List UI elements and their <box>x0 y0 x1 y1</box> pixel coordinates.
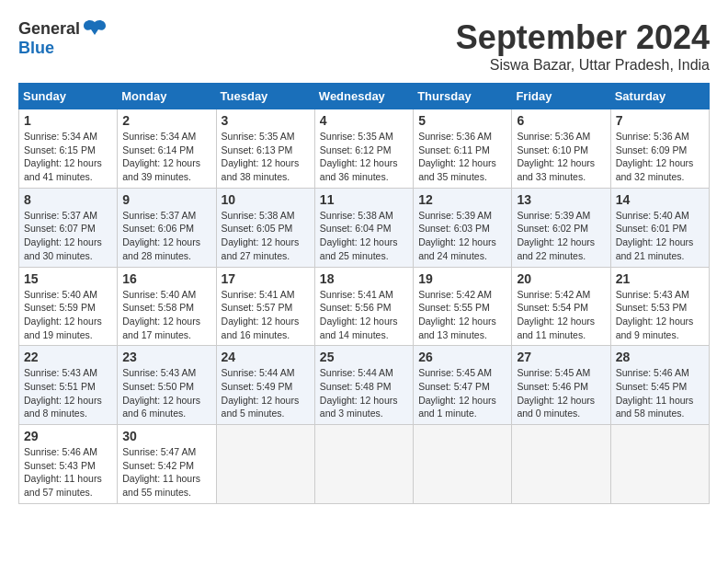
col-thursday: Thursday <box>414 84 512 109</box>
table-row: 19 Sunrise: 5:42 AM Sunset: 5:55 PM Dayl… <box>414 267 512 346</box>
day-info: Sunrise: 5:43 AM Sunset: 5:53 PM Dayligh… <box>616 288 704 342</box>
day-info: Sunrise: 5:40 AM Sunset: 6:01 PM Dayligh… <box>616 209 704 263</box>
day-number: 27 <box>517 350 605 364</box>
day-info: Sunrise: 5:42 AM Sunset: 5:55 PM Dayligh… <box>418 288 506 342</box>
day-info: Sunrise: 5:40 AM Sunset: 5:59 PM Dayligh… <box>24 288 112 342</box>
table-row: 2 Sunrise: 5:34 AM Sunset: 6:14 PM Dayli… <box>118 109 216 189</box>
day-info: Sunrise: 5:36 AM Sunset: 6:10 PM Dayligh… <box>517 130 605 184</box>
day-number: 12 <box>418 192 506 207</box>
day-info: Sunrise: 5:46 AM Sunset: 5:45 PM Dayligh… <box>616 366 704 420</box>
col-saturday: Saturday <box>610 84 709 109</box>
day-info: Sunrise: 5:45 AM Sunset: 5:46 PM Dayligh… <box>517 366 605 420</box>
day-number: 17 <box>222 271 310 286</box>
table-row: 26 Sunrise: 5:45 AM Sunset: 5:47 PM Dayl… <box>414 346 512 425</box>
table-row: 10 Sunrise: 5:38 AM Sunset: 6:05 PM Dayl… <box>216 188 314 267</box>
table-row: 28 Sunrise: 5:46 AM Sunset: 5:45 PM Dayl… <box>610 346 709 425</box>
day-info: Sunrise: 5:36 AM Sunset: 6:11 PM Dayligh… <box>418 130 506 184</box>
day-info: Sunrise: 5:44 AM Sunset: 5:49 PM Dayligh… <box>222 366 310 420</box>
calendar-table: Sunday Monday Tuesday Wednesday Thursday… <box>18 83 710 504</box>
table-row: 16 Sunrise: 5:40 AM Sunset: 5:58 PM Dayl… <box>118 267 216 346</box>
table-row <box>414 425 512 504</box>
table-row: 17 Sunrise: 5:41 AM Sunset: 5:57 PM Dayl… <box>216 267 314 346</box>
day-number: 25 <box>320 350 408 364</box>
day-number: 6 <box>517 113 605 128</box>
table-row: 30 Sunrise: 5:47 AM Sunset: 5:42 PM Dayl… <box>118 425 216 504</box>
col-wednesday: Wednesday <box>314 84 413 109</box>
table-row <box>512 425 610 504</box>
calendar-row: 8 Sunrise: 5:37 AM Sunset: 6:07 PM Dayli… <box>19 188 710 267</box>
logo-general-text: General <box>18 19 80 39</box>
day-number: 7 <box>616 113 704 128</box>
day-info: Sunrise: 5:40 AM Sunset: 5:58 PM Dayligh… <box>122 288 210 342</box>
calendar-row: 29 Sunrise: 5:46 AM Sunset: 5:43 PM Dayl… <box>19 425 710 504</box>
table-row <box>610 425 709 504</box>
day-number: 30 <box>122 429 210 443</box>
table-row: 27 Sunrise: 5:45 AM Sunset: 5:46 PM Dayl… <box>512 346 610 425</box>
day-number: 18 <box>320 271 408 286</box>
day-info: Sunrise: 5:34 AM Sunset: 6:14 PM Dayligh… <box>122 130 210 184</box>
col-monday: Monday <box>118 84 216 109</box>
day-info: Sunrise: 5:39 AM Sunset: 6:03 PM Dayligh… <box>418 209 506 263</box>
table-row: 11 Sunrise: 5:38 AM Sunset: 6:04 PM Dayl… <box>314 188 413 267</box>
day-number: 19 <box>418 271 506 286</box>
calendar-row: 1 Sunrise: 5:34 AM Sunset: 6:15 PM Dayli… <box>19 109 710 189</box>
day-number: 4 <box>320 113 408 128</box>
logo-bird-icon <box>82 18 108 39</box>
table-row: 23 Sunrise: 5:43 AM Sunset: 5:50 PM Dayl… <box>118 346 216 425</box>
table-row: 22 Sunrise: 5:43 AM Sunset: 5:51 PM Dayl… <box>19 346 118 425</box>
day-info: Sunrise: 5:36 AM Sunset: 6:09 PM Dayligh… <box>616 130 704 184</box>
calendar-header-row: Sunday Monday Tuesday Wednesday Thursday… <box>19 84 710 109</box>
day-info: Sunrise: 5:34 AM Sunset: 6:15 PM Dayligh… <box>24 130 112 184</box>
logo: General Blue <box>18 18 108 58</box>
table-row: 12 Sunrise: 5:39 AM Sunset: 6:03 PM Dayl… <box>414 188 512 267</box>
day-number: 28 <box>616 350 704 364</box>
day-info: Sunrise: 5:37 AM Sunset: 6:07 PM Dayligh… <box>24 209 112 263</box>
table-row: 6 Sunrise: 5:36 AM Sunset: 6:10 PM Dayli… <box>512 109 610 189</box>
table-row: 14 Sunrise: 5:40 AM Sunset: 6:01 PM Dayl… <box>610 188 709 267</box>
day-info: Sunrise: 5:47 AM Sunset: 5:42 PM Dayligh… <box>122 445 210 500</box>
table-row: 7 Sunrise: 5:36 AM Sunset: 6:09 PM Dayli… <box>610 109 709 189</box>
table-row: 20 Sunrise: 5:42 AM Sunset: 5:54 PM Dayl… <box>512 267 610 346</box>
day-info: Sunrise: 5:41 AM Sunset: 5:56 PM Dayligh… <box>320 288 408 342</box>
day-info: Sunrise: 5:43 AM Sunset: 5:50 PM Dayligh… <box>122 366 210 420</box>
day-number: 16 <box>122 271 210 286</box>
table-row: 24 Sunrise: 5:44 AM Sunset: 5:49 PM Dayl… <box>216 346 314 425</box>
table-row <box>314 425 413 504</box>
day-number: 3 <box>222 113 310 128</box>
table-row: 29 Sunrise: 5:46 AM Sunset: 5:43 PM Dayl… <box>19 425 118 504</box>
day-info: Sunrise: 5:44 AM Sunset: 5:48 PM Dayligh… <box>320 366 408 420</box>
table-row: 21 Sunrise: 5:43 AM Sunset: 5:53 PM Dayl… <box>610 267 709 346</box>
table-row: 13 Sunrise: 5:39 AM Sunset: 6:02 PM Dayl… <box>512 188 610 267</box>
day-info: Sunrise: 5:45 AM Sunset: 5:47 PM Dayligh… <box>418 366 506 420</box>
day-number: 26 <box>418 350 506 364</box>
day-info: Sunrise: 5:35 AM Sunset: 6:13 PM Dayligh… <box>222 130 310 184</box>
day-number: 9 <box>122 192 210 207</box>
table-row: 25 Sunrise: 5:44 AM Sunset: 5:48 PM Dayl… <box>314 346 413 425</box>
day-number: 20 <box>517 271 605 286</box>
col-friday: Friday <box>512 84 610 109</box>
day-info: Sunrise: 5:43 AM Sunset: 5:51 PM Dayligh… <box>24 366 112 420</box>
day-number: 11 <box>320 192 408 207</box>
day-number: 13 <box>517 192 605 207</box>
day-number: 8 <box>24 192 112 207</box>
logo-blue-text: Blue <box>18 39 54 57</box>
day-info: Sunrise: 5:46 AM Sunset: 5:43 PM Dayligh… <box>24 445 112 500</box>
day-number: 24 <box>222 350 310 364</box>
col-tuesday: Tuesday <box>216 84 314 109</box>
day-info: Sunrise: 5:41 AM Sunset: 5:57 PM Dayligh… <box>222 288 310 342</box>
table-row: 9 Sunrise: 5:37 AM Sunset: 6:06 PM Dayli… <box>118 188 216 267</box>
table-row: 4 Sunrise: 5:35 AM Sunset: 6:12 PM Dayli… <box>314 109 413 189</box>
day-info: Sunrise: 5:38 AM Sunset: 6:04 PM Dayligh… <box>320 209 408 263</box>
title-area: September 2024 Siswa Bazar, Uttar Prades… <box>456 18 710 74</box>
table-row: 15 Sunrise: 5:40 AM Sunset: 5:59 PM Dayl… <box>19 267 118 346</box>
day-info: Sunrise: 5:35 AM Sunset: 6:12 PM Dayligh… <box>320 130 408 184</box>
month-title: September 2024 <box>456 18 710 57</box>
col-sunday: Sunday <box>19 84 118 109</box>
day-number: 15 <box>24 271 112 286</box>
day-number: 23 <box>122 350 210 364</box>
table-row: 1 Sunrise: 5:34 AM Sunset: 6:15 PM Dayli… <box>19 109 118 189</box>
day-number: 14 <box>616 192 704 207</box>
day-info: Sunrise: 5:38 AM Sunset: 6:05 PM Dayligh… <box>222 209 310 263</box>
table-row: 18 Sunrise: 5:41 AM Sunset: 5:56 PM Dayl… <box>314 267 413 346</box>
day-number: 5 <box>418 113 506 128</box>
